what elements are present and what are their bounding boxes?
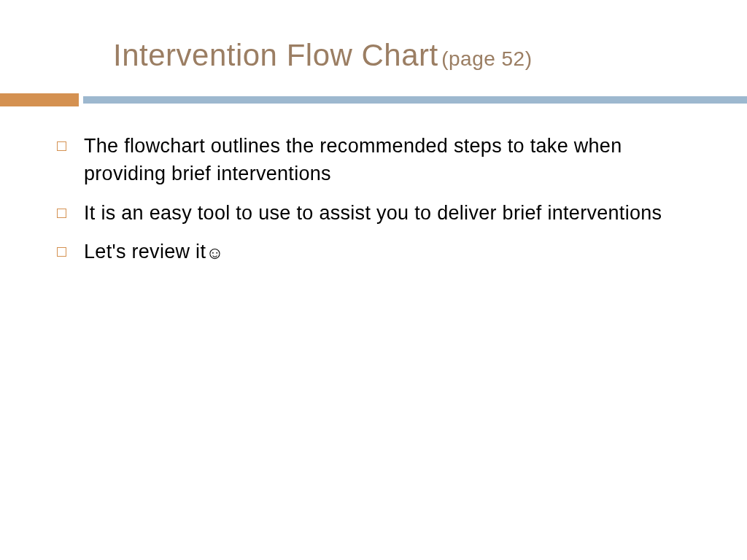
bullet-text: The flowchart outlines the recommended s… (84, 133, 689, 188)
slide-content: The flowchart outlines the recommended s… (0, 106, 747, 266)
bullet-text: Let's review it☺ (84, 238, 224, 266)
bullet-icon (57, 247, 66, 257)
list-item: Let's review it☺ (57, 238, 689, 266)
divider-bar (0, 93, 747, 106)
list-item: The flowchart outlines the recommended s… (57, 133, 689, 188)
divider-accent-blue (83, 96, 747, 104)
slide-title-area: Intervention Flow Chart (page 52) (0, 0, 747, 73)
slide-subtitle: (page 52) (441, 47, 532, 70)
bullet-icon (57, 209, 66, 218)
smiley-icon: ☺ (206, 243, 224, 262)
list-item: It is an easy tool to use to assist you … (57, 200, 689, 228)
bullet-icon (57, 141, 66, 151)
slide-title: Intervention Flow Chart (113, 38, 438, 72)
bullet-text: It is an easy tool to use to assist you … (84, 200, 662, 228)
bullet-text-label: Let's review it (84, 241, 206, 262)
divider-accent-orange (0, 93, 79, 106)
